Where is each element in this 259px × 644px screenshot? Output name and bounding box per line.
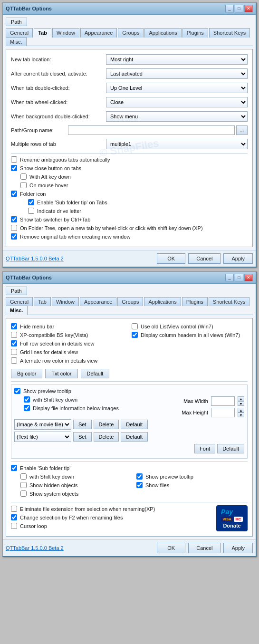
max-height-down[interactable]: ▼: [238, 413, 244, 417]
path-group-input[interactable]: [68, 125, 235, 135]
tab-misc-1[interactable]: Misc.: [6, 37, 27, 46]
wheel-clicked-label: When tab wheel-clicked:: [11, 99, 106, 105]
tab-applications-1[interactable]: Applications: [144, 28, 181, 38]
bg-color-button[interactable]: Bg color: [11, 369, 42, 378]
paypal-donate-box[interactable]: PayPal VISA MC Donate: [216, 505, 248, 531]
hide-menu-bar-checkbox[interactable]: [11, 323, 17, 329]
footer-link-1[interactable]: QTTabBar 1.5.0.0 Beta 2: [6, 256, 64, 261]
tab-groups-2[interactable]: Groups: [117, 297, 143, 306]
apply-button-2[interactable]: Apply: [223, 543, 253, 553]
tab-appearance-2[interactable]: Appearance: [80, 297, 116, 306]
tab-shortcut-1[interactable]: Shortcut Keys: [209, 28, 250, 38]
cursor-loop-checkbox[interactable]: [11, 523, 17, 529]
new-tab-location-select[interactable]: Most right Most left Next to current: [106, 54, 248, 65]
enable-subfolder-tip-misc-checkbox[interactable]: [11, 465, 17, 471]
cb-enable-subfolder-tip-misc: Enable 'Sub folder tip': [11, 465, 248, 471]
double-clicked-select[interactable]: Up One Level Close None: [106, 83, 248, 93]
apply-button-1[interactable]: Apply: [223, 253, 253, 264]
enable-subfolder-tip-checkbox[interactable]: [28, 199, 34, 205]
display-col-headers-checkbox[interactable]: [132, 332, 138, 338]
change-selection-checkbox[interactable]: [11, 514, 17, 520]
max-height-input[interactable]: 256: [211, 408, 235, 417]
sub-show-files-checkbox[interactable]: [136, 482, 143, 488]
on-mouse-hover-checkbox[interactable]: [20, 182, 27, 188]
divider-2b: [11, 461, 248, 462]
file-type-text-select[interactable]: (Text file): [14, 432, 71, 442]
font-button[interactable]: Font: [194, 444, 215, 453]
default-image-button[interactable]: Default: [121, 420, 148, 429]
full-row-checkbox[interactable]: [11, 340, 17, 346]
color-default-button[interactable]: Default: [81, 369, 110, 378]
default-text-button[interactable]: Default: [121, 432, 148, 442]
delete-text-button[interactable]: Delete: [94, 432, 119, 442]
tab-tab-2[interactable]: Tab: [34, 297, 51, 306]
folder-icon-checkbox[interactable]: [11, 191, 17, 197]
with-shift-checkbox[interactable]: [24, 396, 30, 403]
xp-bs-checkbox[interactable]: [11, 332, 17, 338]
grid-lines-checkbox[interactable]: [11, 349, 17, 355]
bg-double-clicked-select[interactable]: Show menu None: [106, 111, 248, 122]
max-height-up[interactable]: ▲: [238, 408, 244, 413]
cb-hide-menu-bar: Hide menu bar: [11, 323, 127, 329]
tab-plugins-2[interactable]: Plugins: [182, 297, 208, 306]
open-new-tab-folder-checkbox[interactable]: [11, 225, 17, 231]
tab-window-2[interactable]: Window: [52, 297, 79, 306]
delete-image-button[interactable]: Delete: [94, 420, 119, 429]
alt-row-color-checkbox[interactable]: [11, 357, 17, 364]
with-alt-key-checkbox[interactable]: [20, 173, 27, 180]
show-preview-tooltip-checkbox[interactable]: [14, 388, 20, 394]
maximize-button-1[interactable]: □: [235, 5, 243, 12]
minimize-button-2[interactable]: _: [225, 274, 234, 281]
show-system-objects-checkbox[interactable]: [20, 490, 27, 497]
ok-button-2[interactable]: OK: [157, 543, 185, 553]
tab-applications-2[interactable]: Applications: [144, 297, 181, 306]
eliminate-ext-checkbox[interactable]: [11, 506, 17, 512]
cursor-loop-label: Cursor loop: [20, 523, 47, 529]
font-default-button[interactable]: Default: [217, 444, 244, 453]
max-width-down[interactable]: ▼: [238, 401, 244, 406]
tab-groups-1[interactable]: Groups: [118, 28, 144, 38]
cancel-button-1[interactable]: Cancel: [188, 253, 221, 264]
tab-plugins-1[interactable]: Plugins: [182, 28, 208, 38]
tab-window-1[interactable]: Window: [52, 28, 79, 38]
path-button-2[interactable]: Path: [6, 287, 27, 295]
tab-misc-2[interactable]: Misc.: [6, 306, 28, 315]
double-clicked-label: When tab double-clicked:: [11, 85, 106, 91]
after-close-select[interactable]: Last activated Next tab Previous tab: [106, 68, 248, 79]
txt-color-button[interactable]: Txt color: [45, 369, 77, 378]
tab-tab-1[interactable]: Tab: [34, 28, 51, 38]
cancel-button-2[interactable]: Cancel: [188, 543, 221, 553]
tab-general-2[interactable]: General: [6, 297, 33, 306]
show-tab-switcher-checkbox[interactable]: [11, 216, 17, 222]
set-image-button[interactable]: Set: [73, 420, 92, 429]
footer-link-2[interactable]: QTTabBar 1.5.0.0 Beta 2: [6, 545, 64, 551]
cb-open-new-tab-folder: On Folder Tree, open a new tab by wheel-…: [11, 225, 248, 231]
tab-general-1[interactable]: General: [6, 28, 33, 38]
show-close-btn-checkbox[interactable]: [11, 165, 17, 171]
maximize-button-2[interactable]: □: [235, 274, 243, 281]
file-type-image-select[interactable]: (Image & movie file): [14, 419, 71, 430]
ok-button-1[interactable]: OK: [157, 253, 185, 264]
display-file-info-checkbox[interactable]: [24, 405, 30, 411]
indicate-drive-checkbox[interactable]: [28, 208, 34, 214]
use-old-listview-checkbox[interactable]: [132, 323, 138, 329]
path-button-1[interactable]: Path: [6, 18, 27, 26]
max-width-up[interactable]: ▲: [238, 396, 244, 401]
set-text-button[interactable]: Set: [73, 432, 92, 442]
remove-original-tab-checkbox[interactable]: [11, 233, 17, 240]
show-hidden-objects-checkbox[interactable]: [20, 482, 27, 488]
rename-ambiguous-checkbox[interactable]: [11, 156, 17, 163]
grid-lines-label: Grid lines for details view: [20, 349, 78, 355]
wheel-clicked-select[interactable]: Close None: [106, 97, 248, 107]
tab-appearance-1[interactable]: Appearance: [80, 28, 117, 38]
max-width-input[interactable]: 512: [211, 396, 235, 406]
close-button-2[interactable]: ✕: [244, 274, 253, 281]
tab-shortcut-2[interactable]: Shortcut Keys: [209, 297, 249, 306]
sub-show-preview-checkbox[interactable]: [136, 473, 143, 480]
minimize-button-1[interactable]: _: [225, 5, 234, 12]
sub-with-shift-checkbox[interactable]: [20, 473, 27, 480]
file-row-image: (Image & movie file) Set Delete Default: [14, 419, 244, 430]
browse-button[interactable]: ...: [236, 125, 248, 135]
close-button-1[interactable]: ✕: [244, 5, 253, 12]
multiple-rows-select[interactable]: multiple1 multiple2 single: [106, 139, 248, 149]
